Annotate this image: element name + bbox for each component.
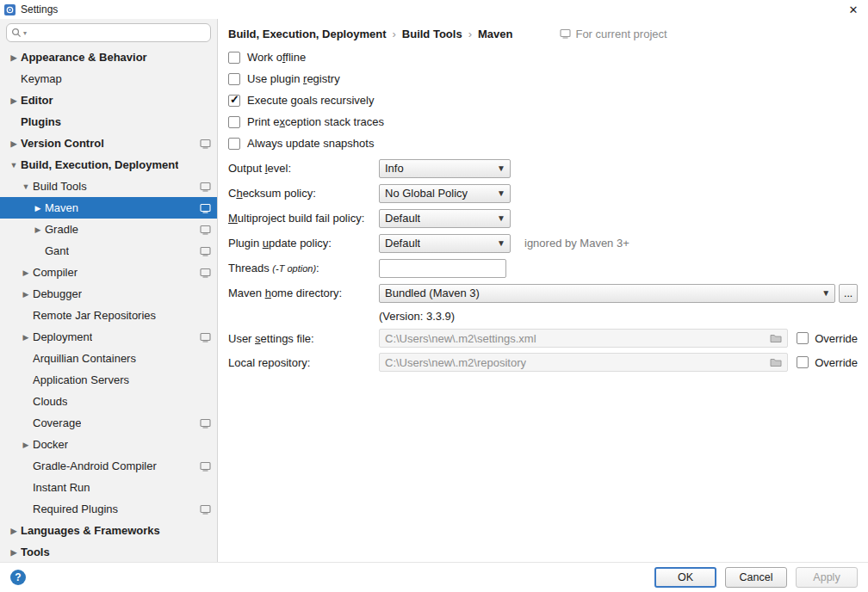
sidebar-item-label: Arquillian Containers (33, 352, 136, 365)
project-settings-icon (200, 246, 211, 256)
sidebar-item-keymap[interactable]: Keymap (0, 68, 217, 89)
maven-settings-form: Output level: Info ▼ Checksum policy: No… (228, 156, 858, 374)
sidebar-item-editor[interactable]: ▶Editor (0, 89, 217, 111)
sidebar-item-maven[interactable]: ▶Maven (0, 197, 217, 219)
sidebar-item-appearance-behavior[interactable]: ▶Appearance & Behavior (0, 46, 217, 68)
sidebar-item-remote-jar-repositories[interactable]: Remote Jar Repositories (0, 305, 217, 326)
sidebar-item-label: Build Tools (33, 180, 87, 193)
maven-version-note: (Version: 3.3.9) (228, 305, 858, 326)
sidebar-item-coverage[interactable]: Coverage (0, 412, 217, 434)
breadcrumb-separator: › (468, 28, 472, 40)
chevron-right-icon[interactable]: ▶ (7, 96, 21, 105)
multiproject-fail-policy-select[interactable]: Default ▼ (379, 209, 511, 228)
breadcrumb-item: Build Tools (402, 28, 462, 40)
ok-button[interactable]: OK (654, 567, 716, 588)
sidebar-item-required-plugins[interactable]: Required Plugins (0, 498, 217, 520)
sidebar-item-label: Compiler (33, 266, 78, 279)
checkbox-box[interactable] (228, 116, 240, 128)
chevron-right-icon[interactable]: ▶ (19, 333, 33, 342)
chevron-right-icon[interactable]: ▶ (31, 204, 45, 213)
project-settings-icon (200, 418, 211, 429)
checkbox-box[interactable] (228, 95, 240, 107)
search-input[interactable] (28, 25, 206, 40)
checkbox-box[interactable] (797, 356, 809, 368)
chevron-down-icon[interactable]: ▼ (7, 161, 21, 170)
output-level-select[interactable]: Info ▼ (379, 159, 511, 178)
threads-row: Threads (-T option): (228, 256, 858, 281)
plugin-update-policy-select[interactable]: Default ▼ (379, 234, 511, 253)
sidebar-item-clouds[interactable]: Clouds (0, 391, 217, 412)
sidebar-item-tools[interactable]: ▶Tools (0, 541, 217, 562)
checkbox-box[interactable] (797, 332, 809, 344)
sidebar-item-plugins[interactable]: Plugins (0, 111, 217, 133)
cancel-button[interactable]: Cancel (725, 567, 787, 588)
checkbox-box[interactable] (228, 138, 240, 150)
execute-goals-recursively-checkbox[interactable]: Execute goals recursively (228, 89, 858, 111)
sidebar-item-label: Build, Execution, Deployment (21, 158, 178, 171)
sidebar-item-label: Remote Jar Repositories (33, 309, 156, 322)
apply-button: Apply (796, 567, 858, 588)
sidebar-item-arquillian-containers[interactable]: Arquillian Containers (0, 348, 217, 369)
local-repository-row: Local repository: C:\Users\new\.m2\repos… (228, 350, 858, 374)
user-settings-row: User settings file: C:\Users\new\.m2\set… (228, 326, 858, 350)
print-exception-stack-traces-checkbox[interactable]: Print exception stack traces (228, 111, 858, 133)
checkbox-label: Work offline (247, 51, 306, 64)
options-checkbox-group: Work offline Use plugin registry Execute… (228, 46, 858, 154)
sidebar-item-deployment[interactable]: ▶Deployment (0, 326, 217, 348)
project-settings-icon (200, 332, 211, 342)
sidebar-item-languages-frameworks[interactable]: ▶Languages & Frameworks (0, 520, 217, 541)
chevron-right-icon[interactable]: ▶ (19, 441, 33, 449)
use-plugin-registry-checkbox[interactable]: Use plugin registry (228, 68, 858, 89)
sidebar-item-build-tools[interactable]: ▼Build Tools (0, 176, 217, 197)
project-icon (560, 28, 571, 39)
chevron-down-icon: ▼ (493, 213, 505, 223)
chevron-right-icon[interactable]: ▶ (19, 290, 33, 299)
sidebar-item-compiler[interactable]: ▶Compiler (0, 262, 217, 283)
checksum-policy-select[interactable]: No Global Policy ▼ (379, 184, 511, 203)
always-update-snapshots-checkbox[interactable]: Always update snapshots (228, 133, 858, 154)
sidebar-item-label: Docker (33, 438, 68, 451)
settings-window-icon (3, 3, 16, 16)
breadcrumb-separator: › (392, 28, 395, 40)
sidebar-item-gradle-android-compiler[interactable]: Gradle-Android Compiler (0, 455, 217, 477)
project-settings-icon (200, 203, 211, 213)
help-button[interactable]: ? (10, 570, 26, 585)
chevron-right-icon[interactable]: ▶ (7, 548, 21, 557)
folder-icon (765, 357, 782, 367)
user-settings-label: User settings file: (228, 332, 379, 345)
sidebar-item-debugger[interactable]: ▶Debugger (0, 283, 217, 305)
window-title: Settings (21, 3, 58, 15)
chevron-down-icon[interactable]: ▼ (19, 182, 33, 191)
search-box[interactable]: ▾ (6, 23, 211, 42)
chevron-right-icon[interactable]: ▶ (7, 139, 21, 148)
search-options-chevron-icon[interactable]: ▾ (23, 29, 27, 37)
work-offline-checkbox[interactable]: Work offline (228, 46, 858, 68)
sidebar-item-version-control[interactable]: ▶Version Control (0, 133, 217, 154)
chevron-right-icon[interactable]: ▶ (19, 268, 33, 277)
maven-home-row: Maven home directory: Bundled (Maven 3) … (228, 281, 858, 305)
close-icon[interactable]: ✕ (839, 0, 868, 19)
project-settings-icon (200, 461, 211, 472)
local-repository-override-checkbox[interactable]: Override (797, 356, 858, 369)
sidebar-item-docker[interactable]: ▶Docker (0, 434, 217, 455)
output-level-value: Info (385, 162, 404, 175)
sidebar-item-build-execution-deployment[interactable]: ▼Build, Execution, Deployment (0, 154, 217, 176)
sidebar-item-label: Languages & Frameworks (21, 524, 160, 537)
sidebar-item-label: Gradle (45, 223, 78, 236)
sidebar-item-gradle[interactable]: ▶Gradle (0, 219, 217, 240)
sidebar-item-application-servers[interactable]: Application Servers (0, 369, 217, 391)
user-settings-override-checkbox[interactable]: Override (797, 332, 858, 345)
chevron-right-icon[interactable]: ▶ (7, 527, 21, 535)
threads-input[interactable] (379, 259, 506, 278)
sidebar-item-instant-run[interactable]: Instant Run (0, 477, 217, 498)
checkbox-box[interactable] (228, 52, 240, 64)
chevron-right-icon[interactable]: ▶ (31, 225, 45, 234)
output-level-label: Output level: (228, 162, 379, 175)
maven-home-select[interactable]: Bundled (Maven 3) ▼ (379, 284, 835, 303)
chevron-right-icon[interactable]: ▶ (7, 53, 21, 62)
checkbox-box[interactable] (228, 73, 240, 85)
sidebar-item-label: Application Servers (33, 373, 129, 386)
search-icon (11, 28, 22, 38)
browse-button[interactable]: ... (839, 284, 858, 303)
sidebar-item-gant[interactable]: Gant (0, 240, 217, 262)
